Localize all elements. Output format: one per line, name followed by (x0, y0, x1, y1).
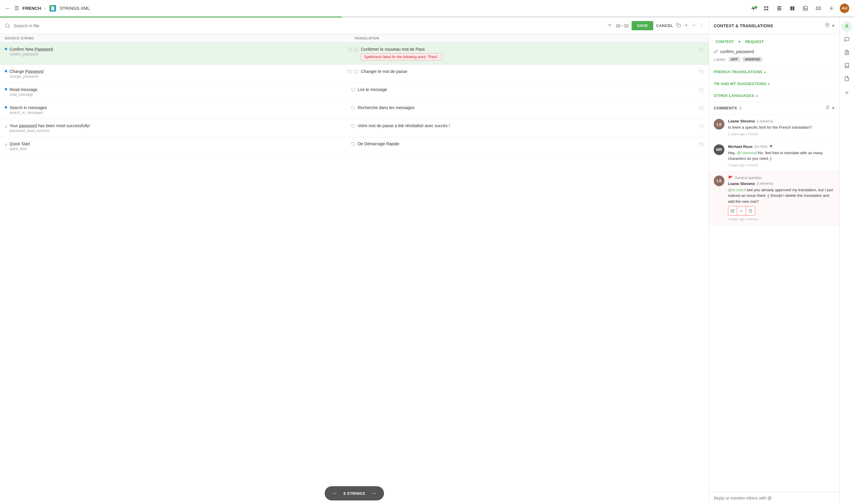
svg-rect-4 (764, 8, 766, 10)
tag-icon[interactable] (351, 88, 356, 92)
layout1-icon[interactable] (775, 3, 784, 13)
row-translation[interactable]: Lire le message (358, 87, 697, 92)
top-nav: ← ☰ FRENCH › STRINGS.XML AU (0, 0, 854, 17)
reply-input[interactable] (714, 496, 834, 501)
user-avatar[interactable]: AU (840, 3, 849, 13)
comments-chevron-icon[interactable]: ▾ (832, 105, 834, 111)
comment-avatar: LS (714, 119, 725, 129)
comment-actions-container (728, 206, 755, 216)
context-tab[interactable]: CONTEXT (714, 38, 736, 45)
copy-icon[interactable] (676, 23, 681, 29)
status-check: ✓ (5, 142, 8, 147)
notification-icon-wrap[interactable] (748, 3, 758, 13)
row-translation[interactable]: Recherche dans les messages (358, 105, 697, 110)
row-translation[interactable]: Votre mot de passe a été réinitialisé av… (358, 123, 697, 128)
row-translation[interactable]: Changer le mot de passe (361, 69, 697, 74)
status-dot (5, 106, 7, 108)
delete-comment-button[interactable] (746, 206, 755, 215)
comment-icon[interactable] (354, 70, 358, 74)
search-input[interactable] (14, 23, 603, 28)
add-panel-icon[interactable] (841, 88, 852, 98)
string-row[interactable]: ✓ Quick Start quick_start De Démarrage R… (0, 137, 709, 155)
pin-icon[interactable] (825, 23, 830, 29)
next-string-button[interactable]: → (371, 490, 377, 497)
settings-icon[interactable] (827, 3, 836, 13)
filter-icon[interactable] (607, 23, 612, 29)
string-row[interactable]: Search in messages search_in_messages Re… (0, 101, 709, 119)
translation-text: De Démarrage Rapide (358, 141, 697, 146)
left-panel: 20 • 32 SAVE CANCEL (0, 18, 709, 504)
cancel-button[interactable]: CANCEL (656, 23, 673, 28)
keyboard-icon[interactable] (814, 3, 823, 13)
string-row[interactable]: Change Password change_password Changer … (0, 65, 709, 83)
bottom-nav-container: ← 6 STRINGS → (0, 483, 709, 504)
comments-section: COMMENTS 3 ▾ LS Leane Stevens (l. (709, 102, 839, 504)
row-indicator (5, 47, 7, 50)
string-row[interactable]: ✓ Your password has been reset successfu… (0, 119, 709, 137)
remove-string-icon[interactable] (692, 23, 696, 29)
comment-header-row: Leane Stevens (l.stevens) (728, 181, 834, 186)
back-button[interactable]: ← (5, 5, 11, 12)
svg-rect-2 (764, 6, 766, 8)
history-icon[interactable] (699, 48, 704, 52)
string-row[interactable]: Read message read_message Lire le messag… (0, 83, 709, 101)
tag-icon[interactable] (348, 48, 352, 52)
top-nav-right: AU (748, 3, 849, 13)
source-text: Confirm New Password (10, 47, 345, 52)
comment-author: Michael Ross (728, 144, 752, 149)
prev-string-button[interactable]: ← (332, 490, 338, 497)
hamburger-menu[interactable]: ☰ (14, 5, 19, 12)
comment-avatar: MR (714, 144, 725, 155)
file-panel-icon[interactable] (841, 73, 852, 84)
row-actions (699, 141, 704, 147)
grid-view-icon[interactable] (762, 3, 771, 13)
other-languages-header[interactable]: OTHER LANGUAGES ▸ (709, 90, 839, 102)
french-translations-header[interactable]: FRENCH TRANSLATIONS ▸ (709, 66, 839, 78)
comment-author: Leane Stevens (728, 181, 755, 186)
edit-comment-button[interactable] (728, 206, 737, 215)
comment-pin-icon[interactable] (825, 106, 830, 111)
history-icon[interactable] (699, 88, 704, 92)
history-icon[interactable] (699, 106, 704, 111)
row-translation[interactable]: De Démarrage Rapide (358, 141, 697, 146)
comment-mention: @l.stevens (736, 150, 756, 155)
more-options-icon[interactable] (699, 23, 704, 29)
comment-icon[interactable] (354, 48, 358, 52)
comment-meta: 2 years ago • French (728, 132, 834, 136)
tag-icon[interactable] (351, 106, 356, 110)
chevron-down-icon[interactable]: ▾ (832, 23, 834, 29)
current-count: 20 • 32 (616, 23, 629, 28)
tag-icon[interactable] (348, 70, 352, 74)
svg-rect-8 (777, 9, 781, 10)
save-button[interactable]: SAVE (631, 21, 653, 30)
spellcheck-error: Spellcheck failed for the following word… (361, 53, 442, 60)
row-actions (699, 123, 704, 129)
resolve-comment-button[interactable] (737, 206, 746, 215)
comment-item: LS Leane Stevens (l.stevens) Is there a … (709, 115, 839, 140)
tag-icon[interactable] (351, 124, 356, 128)
row-source: Confirm New Password confirm_password (10, 47, 345, 56)
translate-panel-icon[interactable]: A (841, 21, 852, 32)
history-icon[interactable] (699, 124, 704, 129)
bottom-nav[interactable]: ← 6 STRINGS → (325, 486, 384, 501)
history-icon[interactable] (699, 70, 704, 74)
request-tab[interactable]: REQUEST (743, 38, 766, 45)
row-indicator (5, 69, 7, 72)
svg-marker-1 (53, 6, 54, 7)
source-key: password_reset_success (10, 129, 349, 133)
document-panel-icon[interactable] (841, 47, 852, 58)
add-string-icon[interactable] (684, 23, 689, 29)
row-translation[interactable]: Confirmer le nouveau mot de Pass Spellch… (361, 47, 697, 60)
comments-panel-icon[interactable] (841, 34, 852, 45)
context-translations-title: CONTEXT & TRANSLATIONS (714, 23, 773, 28)
tm-suggestions-header[interactable]: TM AND MT SUGGESTIONS ▸ (709, 78, 839, 90)
translation-column-header: TRANSLATION (354, 36, 704, 40)
layout2-icon[interactable] (787, 3, 797, 13)
comment-body: 🚩 General question Leane Stevens (l.stev… (728, 176, 834, 221)
row-icons (351, 123, 356, 128)
tag-icon[interactable] (351, 142, 356, 146)
image-icon[interactable] (801, 3, 810, 13)
book-panel-icon[interactable] (841, 60, 852, 71)
history-icon[interactable] (699, 142, 704, 147)
string-row[interactable]: Confirm New Password confirm_password Co… (0, 43, 709, 65)
